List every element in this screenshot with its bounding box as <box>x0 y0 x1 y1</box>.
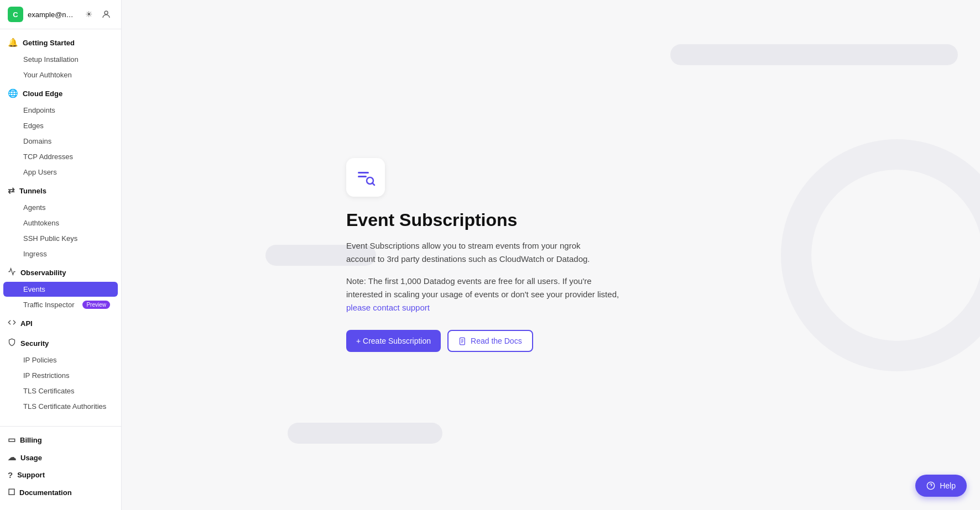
sidebar-item-app-users[interactable]: App Users <box>3 165 118 180</box>
nav-section-header-security[interactable]: Security <box>0 334 121 352</box>
svg-rect-1 <box>358 172 369 173</box>
note-text: Note: The first 1,000 Datadog events are… <box>346 276 619 299</box>
create-subscription-label: + Create Subscription <box>356 337 431 345</box>
nav-section-header-api[interactable]: API <box>0 314 121 332</box>
sidebar-item-ingress[interactable]: Ingress <box>3 246 118 261</box>
event-subscriptions-icon <box>356 167 376 187</box>
arrows-icon: ⇄ <box>8 186 15 196</box>
page-description: Event Subscriptions allow you to stream … <box>346 239 612 266</box>
nav-section-getting-started: 🔔 Getting Started Setup Installation You… <box>0 34 121 82</box>
nav-section-header-billing[interactable]: ▭ Billing <box>0 431 121 449</box>
avatar: C <box>8 7 23 22</box>
docs-icon <box>458 337 467 345</box>
header-icons: ☀ <box>81 7 113 22</box>
sidebar-item-agents[interactable]: Agents <box>3 200 118 215</box>
sidebar-item-authtokens[interactable]: Authtokens <box>3 215 118 230</box>
bell-icon: 🔔 <box>8 38 18 48</box>
sidebar-item-tls-certificate-authorities[interactable]: TLS Certificate Authorities <box>3 399 118 414</box>
sidebar-item-edges[interactable]: Edges <box>3 118 118 133</box>
sidebar-item-setup-installation[interactable]: Setup Installation <box>3 52 118 67</box>
sidebar: C example@ngrok.... ☀ 🔔 Getting Started … <box>0 0 122 510</box>
svg-point-0 <box>105 11 108 14</box>
main-content: Event Subscriptions Event Subscriptions … <box>122 0 980 510</box>
shield-icon <box>8 338 16 348</box>
create-subscription-button[interactable]: + Create Subscription <box>346 330 441 352</box>
nav-section-label-cloud-edge: Cloud Edge <box>23 90 62 98</box>
sidebar-item-endpoints[interactable]: Endpoints <box>3 103 118 118</box>
bg-circle <box>781 139 980 371</box>
nav-label-billing: Billing <box>20 436 42 444</box>
nav-section-tunnels: ⇄ Tunnels Agents Authtokens SSH Public K… <box>0 182 121 261</box>
header-email: example@ngrok.... <box>28 10 77 19</box>
chart-icon <box>8 267 16 277</box>
event-icon-box <box>346 158 385 197</box>
nav-section-header-documentation[interactable]: ☐ Documentation <box>0 483 121 501</box>
nav-section-header-observability[interactable]: Observability <box>0 264 121 281</box>
help-icon <box>926 481 935 490</box>
cloud-icon: ☁ <box>8 453 16 462</box>
nav-section-label-getting-started: Getting Started <box>23 39 75 47</box>
content-area: Event Subscriptions Event Subscriptions … <box>302 125 800 385</box>
page-note: Note: The first 1,000 Datadog events are… <box>346 275 623 314</box>
sidebar-item-ssh-public-keys[interactable]: SSH Public Keys <box>3 231 118 246</box>
read-the-docs-button[interactable]: Read the Docs <box>447 330 533 352</box>
svg-line-4 <box>372 183 374 185</box>
doc-icon: ☐ <box>8 487 15 497</box>
nav-label-support: Support <box>17 471 45 479</box>
nav-section-header-support[interactable]: ? Support <box>0 466 121 483</box>
sidebar-item-ip-policies[interactable]: IP Policies <box>3 353 118 367</box>
sidebar-item-traffic-inspector[interactable]: Traffic Inspector Preview <box>3 297 118 312</box>
nav-section-header-usage[interactable]: ☁ Usage <box>0 449 121 466</box>
page-title: Event Subscriptions <box>346 210 755 230</box>
nav-section-header-cloud-edge[interactable]: 🌐 Cloud Edge <box>0 85 121 102</box>
nav-section-header-tunnels[interactable]: ⇄ Tunnels <box>0 182 121 199</box>
code-icon <box>8 318 16 328</box>
sidebar-item-domains[interactable]: Domains <box>3 134 118 149</box>
help-label: Help <box>940 481 956 490</box>
nav-section-cloud-edge: 🌐 Cloud Edge Endpoints Edges Domains TCP… <box>0 85 121 180</box>
nav-section-label-tunnels: Tunnels <box>19 187 46 195</box>
nav-section-label-security: Security <box>20 339 49 348</box>
sidebar-nav: 🔔 Getting Started Setup Installation You… <box>0 29 121 426</box>
nav-label-usage: Usage <box>20 454 42 462</box>
sidebar-item-tls-certificates[interactable]: TLS Certificates <box>3 383 118 398</box>
sidebar-header: C example@ngrok.... ☀ <box>0 0 121 29</box>
sidebar-item-ip-restrictions[interactable]: IP Restrictions <box>3 368 118 383</box>
sidebar-item-events[interactable]: Events <box>3 282 118 297</box>
globe-icon: 🌐 <box>8 88 18 98</box>
read-the-docs-label: Read the Docs <box>471 337 522 345</box>
user-icon-button[interactable] <box>99 7 113 22</box>
nav-section-label-observability: Observability <box>20 269 66 277</box>
action-buttons: + Create Subscription Read the Docs <box>346 330 755 352</box>
help-button[interactable]: Help <box>915 475 967 497</box>
nav-section-label-api: API <box>20 319 33 328</box>
card-icon: ▭ <box>8 435 15 445</box>
sidebar-bottom: ▭ Billing ☁ Usage ? Support ☐ Documentat… <box>0 426 121 510</box>
contact-support-link[interactable]: please contact support <box>346 303 430 312</box>
bg-pill-bottom <box>288 423 442 444</box>
settings-icon-button[interactable]: ☀ <box>81 7 96 22</box>
nav-section-header-getting-started[interactable]: 🔔 Getting Started <box>0 34 121 51</box>
bg-pill-top <box>670 44 958 65</box>
nav-section-api: API <box>0 314 121 332</box>
nav-label-documentation: Documentation <box>19 488 72 497</box>
nav-section-observability: Observability Events Traffic Inspector P… <box>0 264 121 312</box>
sidebar-item-tcp-addresses[interactable]: TCP Addresses <box>3 149 118 164</box>
question-icon: ? <box>8 470 13 480</box>
preview-badge: Preview <box>82 301 110 309</box>
nav-section-security: Security IP Policies IP Restrictions TLS… <box>0 334 121 414</box>
sidebar-item-your-authtoken[interactable]: Your Authtoken <box>3 67 118 82</box>
svg-rect-2 <box>358 176 367 177</box>
